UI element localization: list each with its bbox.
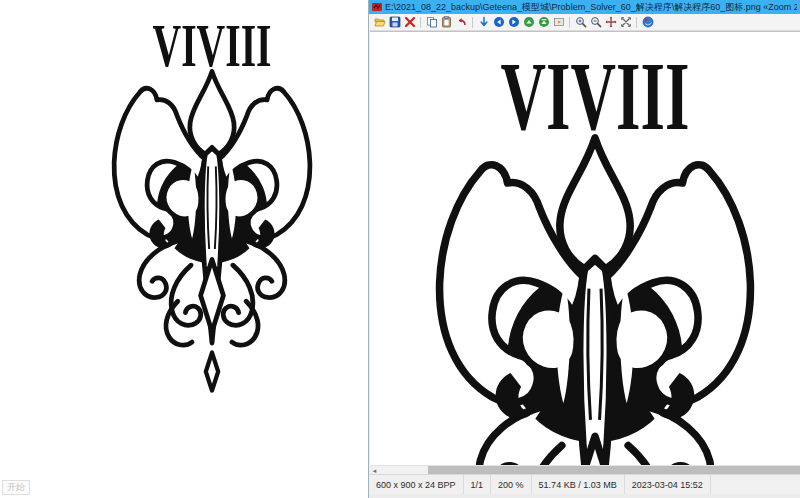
- pan-icon: [605, 16, 617, 28]
- nav-up2-icon: [538, 16, 550, 28]
- zoom-out-icon: [590, 16, 602, 28]
- delete-button[interactable]: [402, 15, 417, 29]
- undo-icon: [456, 16, 468, 28]
- open-icon: [374, 16, 386, 28]
- image-viewer-window: E:\2021_08_22_backup\Geteena_模型城\Problem…: [368, 0, 800, 498]
- statusbar: 600 x 900 x 24 BPP 1/1 200 % 51.74 KB / …: [369, 474, 800, 494]
- titlebar[interactable]: E:\2021_08_22_backup\Geteena_模型城\Problem…: [369, 0, 800, 14]
- prev-file-button[interactable]: [476, 15, 491, 29]
- toolbar-separator: [569, 17, 570, 28]
- nav-forward-icon: [508, 16, 520, 28]
- paste-button[interactable]: [439, 15, 454, 29]
- window-title: E:\2021_08_22_backup\Geteena_模型城\Problem…: [385, 1, 797, 14]
- image-canvas[interactable]: [370, 31, 800, 466]
- slideshow-button[interactable]: [551, 15, 566, 29]
- toolbar-separator: [472, 17, 473, 28]
- zoom-out-button[interactable]: [588, 15, 603, 29]
- status-dimensions: 600 x 900 x 24 BPP: [369, 475, 464, 494]
- prev-file-icon: [478, 16, 490, 28]
- nav-back-icon: [493, 16, 505, 28]
- nav-forward-button[interactable]: [506, 15, 521, 29]
- toolbar-separator: [420, 17, 421, 28]
- delete-icon: [404, 16, 416, 28]
- zoom-in-icon: [575, 16, 587, 28]
- status-page-index: 1/1: [464, 475, 492, 494]
- paste-icon: [441, 16, 453, 28]
- window-bottom-frame: [369, 494, 800, 498]
- desktop-area: 开始: [0, 0, 368, 498]
- copy-button[interactable]: [424, 15, 439, 29]
- pan-button[interactable]: [603, 15, 618, 29]
- start-button[interactable]: 开始: [2, 480, 30, 495]
- save-button[interactable]: [387, 15, 402, 29]
- slideshow-icon: [553, 16, 565, 28]
- toolbar: [369, 14, 800, 31]
- open-button[interactable]: [372, 15, 387, 29]
- nav-up2-button[interactable]: [536, 15, 551, 29]
- artwork-zoomed: [414, 50, 776, 466]
- toolbar-separator: [636, 17, 637, 28]
- nav-up-button[interactable]: [521, 15, 536, 29]
- copy-icon: [426, 16, 438, 28]
- nav-up-icon: [523, 16, 535, 28]
- app-icon: [372, 2, 382, 12]
- status-datetime: 2023-03-04 15:52: [625, 475, 711, 494]
- about-icon: [642, 16, 654, 28]
- nav-back-button[interactable]: [491, 15, 506, 29]
- zoom-in-button[interactable]: [573, 15, 588, 29]
- artwork-preview-small: [98, 16, 326, 406]
- fit-window-button[interactable]: [618, 15, 633, 29]
- save-icon: [389, 16, 401, 28]
- fit-window-icon: [620, 16, 632, 28]
- status-file-size: 51.74 KB / 1.03 MB: [532, 475, 625, 494]
- about-button[interactable]: [640, 15, 655, 29]
- undo-button[interactable]: [454, 15, 469, 29]
- status-zoom-level: 200 %: [491, 475, 532, 494]
